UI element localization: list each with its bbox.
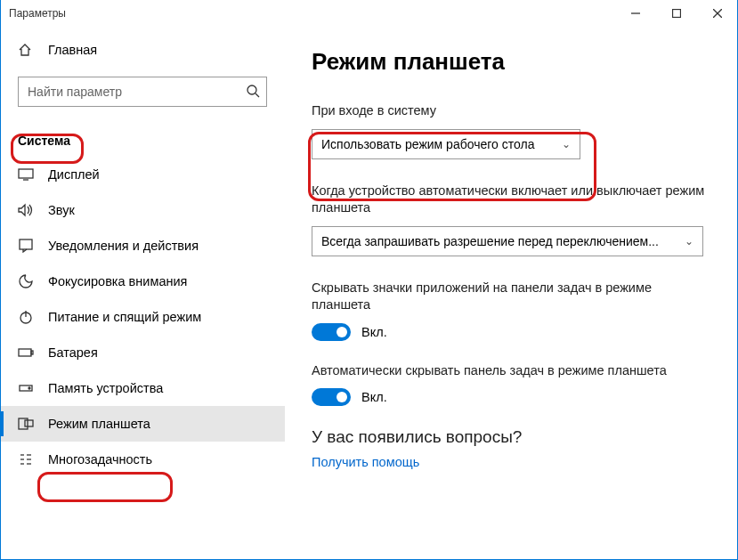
auto-switch-dropdown[interactable]: Всегда запрашивать разрешение перед пере…: [312, 226, 703, 256]
nav-label: Батарея: [48, 345, 98, 360]
nav-battery[interactable]: Батарея: [0, 335, 285, 370]
chevron-down-icon: ⌄: [562, 138, 571, 150]
hide-taskbar-toggle[interactable]: [312, 388, 351, 406]
notification-icon: [18, 239, 34, 253]
svg-rect-16: [25, 420, 33, 426]
page-title: Режим планшета: [312, 48, 711, 76]
hide-icons-toggle[interactable]: [312, 323, 351, 341]
multitask-icon: [18, 452, 34, 467]
nav-storage[interactable]: Память устройства: [0, 370, 285, 406]
maximize-button[interactable]: [656, 0, 697, 27]
search-input[interactable]: [18, 77, 267, 107]
search-icon: [246, 84, 260, 101]
content-area: Режим планшета При входе в систему Испол…: [285, 27, 738, 560]
svg-point-4: [247, 85, 256, 94]
sidebar: Главная Система Дисплей Звук Уведомления…: [0, 27, 285, 560]
signin-dropdown[interactable]: Использовать режим рабочего стола ⌄: [312, 129, 580, 159]
dropdown-value: Использовать режим рабочего стола: [321, 137, 534, 151]
svg-rect-12: [31, 351, 33, 354]
section-title: Система: [0, 125, 285, 157]
nav-multitasking[interactable]: Многозадачность: [0, 442, 285, 477]
nav-notifications[interactable]: Уведомления и действия: [0, 228, 285, 264]
window-title: Параметры: [9, 7, 66, 20]
nav-tablet-mode[interactable]: Режим планшета: [0, 406, 285, 442]
nav-label: Режим планшета: [48, 417, 150, 431]
nav-display[interactable]: Дисплей: [0, 157, 285, 192]
battery-icon: [18, 347, 34, 358]
svg-line-5: [255, 93, 259, 97]
hide-icons-label: Скрывать значки приложений на панели зад…: [312, 280, 711, 314]
power-icon: [18, 310, 34, 324]
help-link[interactable]: Получить помощь: [312, 455, 419, 469]
close-button[interactable]: [697, 0, 738, 27]
auto-switch-label: Когда устройство автоматически включает …: [312, 183, 711, 217]
dropdown-value: Всегда запрашивать разрешение перед пере…: [321, 234, 659, 248]
svg-rect-1: [673, 10, 681, 18]
svg-rect-6: [19, 169, 33, 178]
nav-label: Память устройства: [48, 381, 163, 395]
sound-icon: [18, 203, 34, 217]
tablet-icon: [18, 418, 34, 430]
chevron-down-icon: ⌄: [685, 235, 693, 248]
nav-power[interactable]: Питание и спящий режим: [0, 299, 285, 335]
help-heading: У вас появились вопросы?: [312, 427, 711, 447]
toggle-state: Вкл.: [361, 390, 387, 404]
nav-label: Уведомления и действия: [48, 239, 199, 253]
svg-rect-11: [19, 349, 31, 356]
display-icon: [18, 168, 34, 181]
svg-rect-8: [20, 239, 32, 249]
storage-icon: [18, 383, 34, 394]
title-bar: Параметры: [0, 0, 738, 27]
nav-label: Звук: [48, 203, 75, 217]
signin-label: При входе в систему: [312, 102, 711, 120]
nav-label: Питание и спящий режим: [48, 310, 201, 324]
nav-label: Фокусировка внимания: [48, 274, 187, 288]
home-icon: [18, 43, 34, 57]
nav-sound[interactable]: Звук: [0, 192, 285, 228]
nav-label: Многозадачность: [48, 452, 152, 467]
nav-focus[interactable]: Фокусировка внимания: [0, 264, 285, 299]
svg-point-14: [28, 387, 30, 389]
nav-label: Дисплей: [48, 167, 100, 182]
focus-icon: [18, 274, 34, 288]
minimize-button[interactable]: [615, 0, 656, 27]
hide-taskbar-label: Автоматически скрывать панель задач в ре…: [312, 362, 711, 380]
home-link[interactable]: Главная: [0, 36, 285, 64]
home-label: Главная: [48, 43, 97, 57]
toggle-state: Вкл.: [361, 325, 387, 339]
